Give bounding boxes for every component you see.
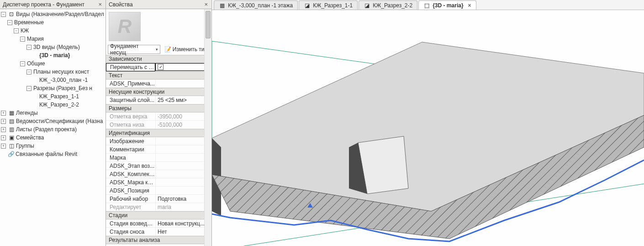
properties-title: Свойства (109, 1, 133, 8)
type-thumbnail: R (109, 12, 141, 41)
view-tab-bar: ▦ КЖ_-3,000_план -1 этажа ◪ КЖ_Разрез_1-… (212, 0, 644, 10)
tree-plans[interactable]: Планы несущих конст (33, 69, 89, 75)
group-text[interactable]: Текст⌃ (106, 71, 211, 80)
prop-adsk-pos[interactable]: ADSK_Позиция (106, 187, 211, 195)
tab-section1[interactable]: ◪ КЖ_Разрез_1-1 (299, 0, 358, 10)
checkbox-checked-icon[interactable]: ✓ (158, 64, 164, 70)
views-icon: ⊡ (8, 11, 15, 17)
chevron-down-icon: ▾ (156, 47, 158, 52)
type-selector-dropdown[interactable]: Фундамент несущ ▾ (108, 45, 160, 54)
tree-section1[interactable]: КЖ_Разрез_1-1 (39, 93, 79, 100)
tab-plan[interactable]: ▦ КЖ_-3,000_план -1 этажа (214, 0, 298, 10)
prop-top-elev: Отметка верха-3950,000 (106, 112, 211, 121)
tree-legends[interactable]: Легенды (16, 110, 38, 116)
collapse-icon[interactable]: − (7, 20, 12, 25)
type-thumbnail-row: R (106, 9, 211, 44)
prop-workset[interactable]: Рабочий наборПодготовка (106, 195, 211, 203)
tree-schedules[interactable]: Ведомости/Спецификации (Назна (16, 118, 103, 124)
section-view-icon: ◪ (364, 2, 370, 9)
expand-icon[interactable]: + (1, 119, 6, 124)
prop-bottom-elev: Отметка низа-5100,000 (106, 121, 211, 129)
edit-type-label: Изменить тип (173, 46, 207, 53)
prop-cover[interactable]: Защитный слой...25 <25 мм> (106, 96, 211, 104)
prop-mark[interactable]: Марка (106, 154, 211, 162)
group-structural[interactable]: Несущие конструкции⌃ (106, 88, 211, 96)
collapse-icon[interactable]: − (20, 37, 25, 42)
tree-sheets[interactable]: Листы (Раздел проекта) (16, 126, 77, 133)
tree-links[interactable]: Связанные файлы Revit (16, 151, 77, 157)
prop-adsk-note[interactable]: ADSK_Примеча... (106, 80, 211, 88)
edit-type-icon: 📝 (164, 46, 171, 53)
groups-icon: ◫ (8, 143, 15, 149)
properties-body: R Фундамент несущ ▾ 📝 Изменить тип Завис… (106, 9, 211, 246)
prop-move-with[interactable]: Перемещать с с...✓ (106, 63, 211, 71)
collapse-icon[interactable]: − (1, 12, 6, 17)
group-identity[interactable]: Идентификация⌃ (106, 129, 211, 137)
collapse-icon[interactable]: − (14, 28, 19, 33)
close-icon[interactable]: × (466, 2, 471, 9)
3d-model-view[interactable] (212, 10, 644, 246)
prop-adsk-stage[interactable]: ADSK_Этап воз... (106, 162, 211, 170)
tree-plan-item[interactable]: КЖ_-3,000_план -1 (39, 77, 88, 83)
project-browser-tree[interactable]: −⊡Виды (Назначение/Раздел/Владел −Времен… (0, 9, 106, 246)
prop-phase-created[interactable]: Стадия возведен...Новая конструкц... (106, 219, 211, 228)
type-selector-value: Фундамент несущ (110, 43, 156, 56)
group-constraints[interactable]: Зависимости⌃ (106, 55, 211, 63)
tree-views[interactable]: Виды (Назначение/Раздел/Владел (16, 11, 104, 17)
prop-adsk-mark[interactable]: ADSK_Марка ко... (106, 178, 211, 187)
prop-image[interactable]: Изображение (106, 137, 211, 145)
expand-icon[interactable]: + (1, 111, 6, 116)
group-dimensions[interactable]: Размеры⌃ (106, 104, 211, 112)
tree-sections[interactable]: Разрезы (Разрез_Без н (33, 85, 92, 91)
group-analysis[interactable]: Результаты анализа⌃ (106, 236, 211, 244)
links-icon: 🔗 (7, 151, 15, 157)
revit-logo-icon: R (118, 16, 132, 37)
properties-header: Свойства × (106, 0, 211, 9)
sheets-icon: ▥ (8, 126, 15, 133)
tree-3dviews[interactable]: 3D виды (Модель) (33, 44, 80, 50)
close-icon[interactable]: × (97, 1, 103, 8)
properties-panel: Свойства × R Фундамент несущ ▾ 📝 Изменит… (106, 0, 212, 246)
tree-3d-maria[interactable]: {3D - maria} (39, 52, 70, 59)
properties-scrollbar[interactable] (204, 9, 211, 246)
prop-edited-by: Редактируетmaria (106, 203, 211, 211)
tab-3d-maria[interactable]: ⬚ {3D - maria} × (418, 0, 476, 10)
tab-section2[interactable]: ◪ КЖ_Разрез_2-2 (359, 0, 417, 10)
close-icon[interactable]: × (203, 1, 209, 8)
tree-families[interactable]: Семейства (16, 134, 44, 141)
schedules-icon: ▤ (8, 118, 15, 124)
edit-type-button[interactable]: 📝 Изменить тип (162, 45, 210, 54)
section-view-icon: ◪ (304, 2, 310, 9)
plan-view-icon: ▦ (219, 2, 225, 9)
tree-temp[interactable]: Временные (14, 19, 44, 26)
3d-viewport[interactable] (212, 10, 644, 246)
expand-icon[interactable]: + (1, 127, 6, 132)
tree-groups[interactable]: Группы (16, 143, 34, 149)
main-area: ▦ КЖ_-3,000_план -1 этажа ◪ КЖ_Разрез_1-… (212, 0, 644, 246)
legends-icon: ▦ (8, 110, 15, 116)
prop-adsk-set[interactable]: ADSK_Комплект ... (106, 170, 211, 178)
collapse-icon[interactable]: − (26, 70, 32, 75)
prop-phase-demo[interactable]: Стадия сносаНет (106, 228, 211, 236)
tree-section2[interactable]: КЖ_Разрез_2-2 (39, 102, 79, 108)
group-phasing[interactable]: Стадии⌃ (106, 211, 211, 219)
prop-comments[interactable]: Комментарии (106, 145, 211, 154)
collapse-icon[interactable]: − (20, 61, 25, 66)
expand-icon[interactable]: + (1, 144, 6, 149)
cube-view-icon: ⬚ (423, 2, 430, 9)
tree-kzh[interactable]: КЖ (21, 27, 29, 34)
project-browser-title: Диспетчер проекта - Фундамент (3, 1, 84, 8)
tree-maria[interactable]: Мария (27, 36, 44, 42)
scrollbar-thumb[interactable] (206, 11, 211, 38)
project-browser-panel: Диспетчер проекта - Фундамент × −⊡Виды (… (0, 0, 106, 246)
project-browser-header: Диспетчер проекта - Фундамент × (0, 0, 106, 9)
families-icon: ▣ (8, 134, 15, 141)
collapse-icon[interactable]: − (26, 45, 32, 50)
collapse-icon[interactable]: − (26, 86, 32, 91)
expand-icon[interactable]: + (1, 135, 6, 140)
tree-common[interactable]: Общие (27, 60, 45, 67)
